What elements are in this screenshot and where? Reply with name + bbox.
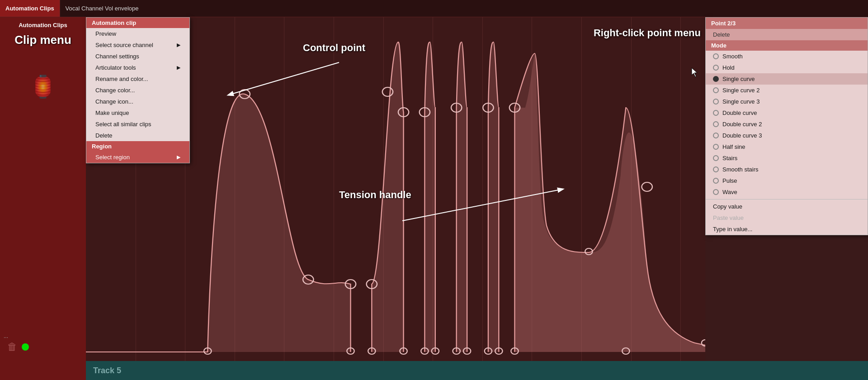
mode-hold[interactable]: Hold (706, 62, 868, 73)
active-indicator (22, 343, 29, 351)
right-click-divider (706, 199, 868, 200)
region-section-header: Region (86, 141, 189, 152)
radio-half-sine (713, 144, 719, 150)
menu-item-select-similar[interactable]: Select all similar clips (86, 119, 189, 130)
menu-item-select-source[interactable]: Select source channel ▶ (86, 39, 189, 51)
radio-single-curve-2 (713, 87, 719, 93)
clip-menu-label: Clip menu (14, 33, 71, 47)
right-click-menu-header: Point 2/3 (706, 18, 868, 29)
menu-item-make-unique[interactable]: Make unique (86, 107, 189, 119)
track5-bar: Track 5 (86, 361, 868, 380)
menu-item-articulator[interactable]: Articulator tools ▶ (86, 62, 189, 73)
right-click-paste-value[interactable]: Paste value (706, 212, 868, 223)
mode-half-sine[interactable]: Half sine (706, 141, 868, 152)
menu-item-rename[interactable]: Rename and color... (86, 73, 189, 85)
mode-smooth[interactable]: Smooth (706, 51, 868, 62)
mode-wave[interactable]: Wave (706, 186, 868, 198)
mode-single-curve[interactable]: Single curve (706, 73, 868, 85)
menu-item-delete[interactable]: Delete (86, 130, 189, 141)
mode-double-curve-3[interactable]: Double curve 3 (706, 130, 868, 141)
automation-clips-sidebar-label: Automation Clips (19, 22, 67, 28)
radio-single-curve-3 (713, 99, 719, 104)
menu-item-select-region[interactable]: Select region ▶ (86, 152, 189, 163)
sidebar-clip-icon: 🏮 (29, 74, 57, 100)
radio-double-curve-3 (713, 133, 719, 138)
mode-smooth-stairs[interactable]: Smooth stairs (706, 164, 868, 175)
automation-clips-button[interactable]: Automation Clips (0, 0, 60, 17)
left-sidebar: Automation Clips Clip menu 🏮 ... 🗑 (0, 17, 86, 380)
radio-single-curve (713, 76, 719, 82)
right-click-copy-value[interactable]: Copy value (706, 201, 868, 212)
submenu-arrow-icon: ▶ (177, 42, 180, 48)
mode-double-curve[interactable]: Double curve (706, 107, 868, 119)
track5-label: Track 5 (93, 366, 121, 375)
clip-menu-section-header: Automation clip (86, 18, 189, 28)
right-click-delete[interactable]: Delete (706, 29, 868, 40)
right-click-mode-section: Mode (706, 40, 868, 51)
mode-stairs[interactable]: Stairs (706, 152, 868, 164)
radio-pulse (713, 178, 719, 184)
menu-item-change-icon[interactable]: Change icon... (86, 96, 189, 107)
radio-wave (713, 189, 719, 195)
top-bar: Automation Clips Vocal Channel Vol envel… (0, 0, 868, 17)
radio-double-curve (713, 110, 719, 116)
right-click-point-menu[interactable]: Point 2/3 Delete Mode Smooth Hold Single… (705, 17, 868, 235)
menu-item-preview[interactable]: Preview (86, 28, 189, 39)
radio-hold (713, 65, 719, 71)
submenu-arrow-icon-2: ▶ (177, 65, 180, 71)
mode-single-curve-3[interactable]: Single curve 3 (706, 96, 868, 107)
automation-clips-label: Automation Clips (5, 5, 54, 12)
dots-label: ... (4, 333, 8, 339)
menu-item-channel-settings[interactable]: Channel settings (86, 51, 189, 62)
submenu-arrow-icon-3: ▶ (177, 154, 180, 160)
radio-smooth (713, 53, 719, 59)
sidebar-bottom: 🗑 (0, 341, 86, 353)
sidebar-trash-icon: 🗑 (7, 341, 17, 353)
envelope-title: Vocal Channel Vol envelope (60, 5, 139, 12)
clip-menu-dropdown[interactable]: Automation clip Preview Select source ch… (86, 17, 190, 163)
radio-smooth-stairs (713, 166, 719, 172)
radio-double-curve-2 (713, 121, 719, 127)
menu-item-change-color[interactable]: Change color... (86, 85, 189, 96)
mode-single-curve-2[interactable]: Single curve 2 (706, 85, 868, 96)
radio-stairs (713, 155, 719, 161)
mode-pulse[interactable]: Pulse (706, 175, 868, 186)
right-click-type-in-value[interactable]: Type in value... (706, 223, 868, 235)
mode-double-curve-2[interactable]: Double curve 2 (706, 119, 868, 130)
